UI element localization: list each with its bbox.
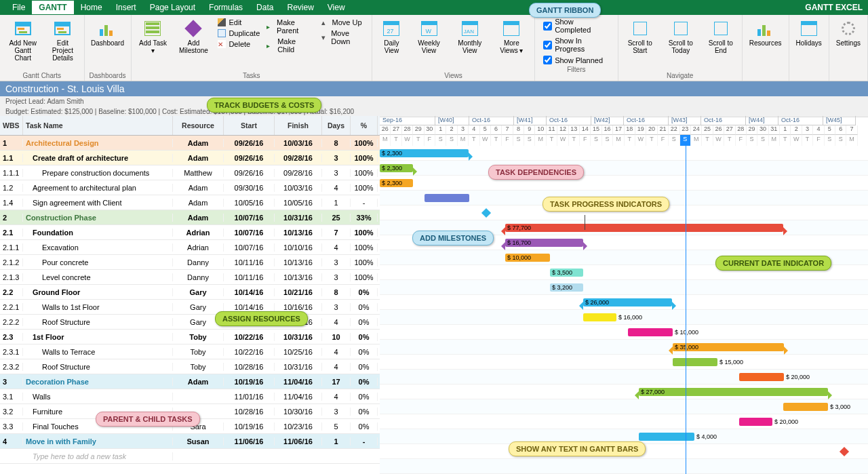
gantt-row: $ 35,000 bbox=[380, 340, 868, 355]
settings-button[interactable]: Settings bbox=[833, 18, 863, 71]
show-in-progress-checkbox[interactable]: Show In Progress bbox=[543, 37, 609, 53]
table-row[interactable]: 2.3.2Roof StructureToby10/28/1610/31/164… bbox=[0, 359, 380, 374]
gantt-bar[interactable]: $ 10,000 bbox=[628, 328, 673, 336]
table-row[interactable]: 3.1Walls11/01/1611/04/1640% bbox=[0, 389, 380, 404]
gantt-bar[interactable]: $ 2,300 bbox=[380, 149, 469, 157]
gantt-bar[interactable]: $ 26,000 bbox=[583, 298, 672, 307]
table-row[interactable]: 2.1.2Pour concreteDanny10/11/1610/13/163… bbox=[0, 255, 380, 270]
col-wbs[interactable]: WBS bbox=[0, 116, 23, 135]
daily-view-button[interactable]: 27Daily View bbox=[376, 18, 407, 71]
resources-button[interactable]: Resources bbox=[747, 18, 785, 71]
scroll-to-start-button[interactable]: Scroll to Start bbox=[623, 18, 658, 71]
table-row[interactable]: 1.4Sign agreement with ClientAdam10/05/1… bbox=[0, 195, 380, 210]
menu-tab-formulas[interactable]: Formulas bbox=[202, 1, 250, 14]
gantt-row: $ 27,000 bbox=[380, 384, 868, 399]
move-up-button[interactable]: Move Up bbox=[320, 18, 368, 27]
table-row[interactable]: 4Move in with FamilySusan11/06/1611/06/1… bbox=[0, 434, 380, 449]
callout-deps: TASK DEPENDENCIES bbox=[488, 165, 584, 180]
gantt-bar[interactable]: $ 2,300 bbox=[380, 164, 413, 172]
calendar-icon bbox=[503, 21, 519, 36]
col-percent[interactable]: % bbox=[351, 116, 378, 135]
menu-tab-review[interactable]: Review bbox=[280, 1, 320, 14]
column-headers: WBS Task Name Resource Start Finish Days… bbox=[0, 116, 380, 136]
delete-task-button[interactable]: Delete bbox=[216, 39, 261, 49]
menu-tab-data[interactable]: Data bbox=[250, 1, 280, 14]
milestone-marker[interactable] bbox=[481, 208, 491, 218]
callout-current: CURRENT DATE INDICATOR bbox=[715, 256, 831, 271]
show-completed-checkbox[interactable]: Show Completed bbox=[543, 18, 609, 34]
project-lead: Project Lead: Adam Smith bbox=[0, 96, 868, 106]
table-row[interactable]: 1.1.1Prepare construction documentsMatth… bbox=[0, 165, 380, 180]
gantt-bar[interactable]: $ 16,000 bbox=[583, 313, 616, 321]
col-resource[interactable]: Resource bbox=[173, 116, 224, 135]
gantt-bar[interactable]: $ 16,700 bbox=[505, 239, 583, 247]
gantt-chart: Sep-16[W40]Oct-16[W41]Oct-16[W42]Oct-16[… bbox=[380, 116, 868, 474]
dashboard-icon bbox=[100, 21, 116, 36]
gantt-bar[interactable]: $ 77,700 bbox=[505, 224, 783, 232]
gantt-icon bbox=[15, 22, 31, 35]
table-row[interactable]: 2.1.1ExcavationAdrian10/07/1610/10/16410… bbox=[0, 240, 380, 255]
weekly-view-button[interactable]: WWeekly View bbox=[411, 18, 447, 71]
add-milestone-button[interactable]: Add Milestone bbox=[174, 18, 212, 71]
col-start[interactable]: Start bbox=[224, 116, 275, 135]
table-row[interactable]: 2.31st FloorToby10/22/1610/31/16100% bbox=[0, 330, 380, 344]
show-planned-checkbox[interactable]: Show Planned bbox=[543, 56, 609, 64]
gantt-bar[interactable]: $ 3,000 bbox=[783, 403, 828, 411]
table-row[interactable]: 2.1.3Level concreteDanny10/11/1610/13/16… bbox=[0, 270, 380, 285]
edit-task-button[interactable]: Edit bbox=[216, 18, 261, 27]
table-row[interactable]: 2Construction PhaseAdam10/07/1610/31/162… bbox=[0, 210, 380, 225]
gantt-bar[interactable]: $ 35,000 bbox=[673, 343, 784, 351]
add-new-gantt-button[interactable]: Add New Gantt Chart bbox=[4, 18, 41, 71]
menu-tab-file[interactable]: File bbox=[5, 1, 32, 14]
duplicate-task-button[interactable]: Duplicate bbox=[216, 28, 261, 38]
scroll-to-end-button[interactable]: Scroll to End bbox=[704, 18, 738, 71]
gantt-row: $ 20,000 bbox=[380, 370, 868, 384]
gantt-bar[interactable]: $ 3,500 bbox=[550, 269, 583, 277]
holidays-button[interactable]: Holidays bbox=[793, 18, 825, 71]
col-task[interactable]: Task Name bbox=[23, 116, 173, 135]
table-row[interactable]: 2.2.2Roof StructureGary10/18/1610/21/164… bbox=[0, 315, 380, 330]
move-down-button[interactable]: Move Down bbox=[320, 28, 368, 46]
today-line bbox=[686, 146, 686, 474]
edit-project-details-button[interactable]: Edit Project Details bbox=[45, 18, 79, 71]
col-finish[interactable]: Finish bbox=[275, 116, 322, 135]
table-row[interactable]: 3Decoration PhaseAdam10/19/1611/04/16170… bbox=[0, 374, 380, 389]
gantt-bar[interactable] bbox=[425, 194, 469, 202]
gantt-bar[interactable]: $ 27,000 bbox=[639, 388, 828, 396]
menu-tab-view[interactable]: View bbox=[321, 1, 352, 14]
menu-tab-insert[interactable]: Insert bbox=[109, 1, 143, 14]
gantt-row: $ 3,200 bbox=[380, 280, 868, 295]
menu-tab-home[interactable]: Home bbox=[74, 1, 109, 14]
gantt-row: $ 3,000 bbox=[380, 399, 868, 414]
gantt-bar[interactable]: $ 20,000 bbox=[739, 373, 784, 381]
menu-tab-gantt[interactable]: GANTT bbox=[32, 1, 73, 14]
add-task-button[interactable]: Add Task ▾ bbox=[136, 18, 171, 71]
scroll-icon bbox=[714, 22, 728, 35]
make-parent-button[interactable]: Make Parent bbox=[265, 18, 315, 35]
scroll-icon bbox=[633, 22, 647, 35]
table-row[interactable]: 1Architectural DesignAdam09/26/1610/03/1… bbox=[0, 136, 380, 151]
gear-icon bbox=[842, 22, 855, 35]
gantt-bar[interactable]: $ 2,300 bbox=[380, 179, 413, 187]
group-label: Dashboards bbox=[89, 72, 127, 79]
more-views-button[interactable]: More Views ▾ bbox=[492, 18, 530, 71]
dashboard-button[interactable]: Dashboard bbox=[89, 18, 127, 71]
col-days[interactable]: Days bbox=[322, 116, 351, 135]
calendar-icon: 27 bbox=[383, 21, 399, 36]
table-row[interactable]: 2.2Ground FloorGary10/14/1610/21/1680% bbox=[0, 285, 380, 300]
table-row[interactable]: 1.2Agreement to architectural planAdam09… bbox=[0, 180, 380, 195]
make-child-button[interactable]: Make Child bbox=[265, 37, 315, 54]
table-row[interactable]: 2.1FoundationAdrian10/07/1610/13/167100% bbox=[0, 225, 380, 240]
gantt-bar[interactable]: $ 20,000 bbox=[739, 418, 772, 426]
table-row[interactable]: Type here to add a new task bbox=[0, 449, 380, 464]
menu-tab-page-layout[interactable]: Page Layout bbox=[143, 1, 202, 14]
gantt-bar[interactable]: $ 10,000 bbox=[505, 254, 550, 262]
table-row[interactable]: 1.1Create draft of architectureAdam09/26… bbox=[0, 151, 380, 165]
monthly-view-button[interactable]: JANMonthly View bbox=[451, 18, 488, 71]
milestone-marker[interactable] bbox=[840, 447, 849, 456]
table-row[interactable]: 2.2.1Walls to 1st FloorGary10/14/1610/16… bbox=[0, 300, 380, 315]
gantt-bar[interactable]: $ 3,200 bbox=[550, 283, 583, 292]
gantt-bar[interactable]: $ 15,000 bbox=[673, 358, 717, 366]
table-row[interactable]: 2.3.1Walls to TerraceToby10/22/1610/25/1… bbox=[0, 344, 380, 359]
scroll-to-today-button[interactable]: Scroll to Today bbox=[662, 18, 700, 71]
